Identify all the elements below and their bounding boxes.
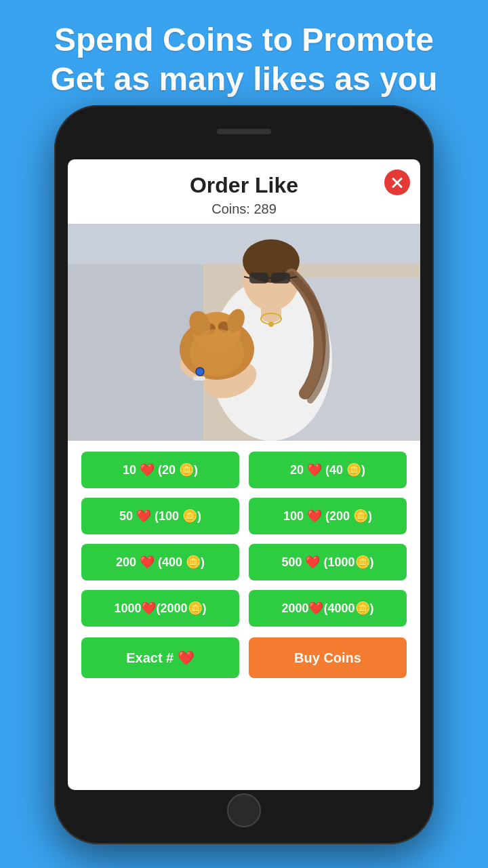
coins-label: Coins: 289 [68, 201, 420, 217]
order-btn-20[interactable]: 20 ❤️ (40 🪙) [249, 452, 407, 488]
header-line1: Spend Coins to Promote [54, 22, 434, 58]
order-btn-50-label: 50 ❤️ (100 🪙) [119, 509, 201, 524]
close-icon [384, 170, 410, 195]
phone-speaker [217, 129, 271, 134]
profile-svg [68, 224, 420, 441]
phone-shell: Order Like Coins: 289 [54, 105, 434, 844]
buy-coins-label: Buy Coins [294, 650, 361, 665]
order-btn-1000-label: 1000❤️(2000🪙) [114, 601, 206, 616]
order-btn-500-label: 500 ❤️ (1000🪙) [281, 555, 373, 570]
svg-point-23 [268, 321, 274, 327]
order-btn-10[interactable]: 10 ❤️ (20 🪙) [81, 452, 239, 488]
order-btn-500[interactable]: 500 ❤️ (1000🪙) [249, 544, 407, 580]
bottom-actions: Exact # ❤️ Buy Coins [68, 637, 420, 692]
phone-screen: Order Like Coins: 289 [68, 159, 420, 790]
order-btn-10-label: 10 ❤️ (20 🪙) [123, 462, 198, 477]
phone-wrapper: Order Like Coins: 289 [54, 105, 434, 844]
svg-rect-17 [249, 273, 268, 283]
order-btn-50[interactable]: 50 ❤️ (100 🪙) [81, 498, 239, 534]
order-btn-20-label: 20 ❤️ (40 🪙) [290, 462, 365, 477]
phone-home-button[interactable] [227, 793, 261, 827]
order-btn-100-label: 100 ❤️ (200 🪙) [283, 509, 372, 524]
close-button[interactable] [384, 170, 410, 195]
modal-header: Order Like [68, 159, 420, 201]
order-btn-2000-label: 2000❤️(4000🪙) [281, 601, 373, 616]
exact-button[interactable]: Exact # ❤️ [81, 637, 239, 678]
order-btn-100[interactable]: 100 ❤️ (200 🪙) [249, 498, 407, 534]
order-btn-2000[interactable]: 2000❤️(4000🪙) [249, 590, 407, 627]
buy-coins-button[interactable]: Buy Coins [249, 637, 407, 678]
order-btn-200[interactable]: 200 ❤️ (400 🪙) [81, 544, 239, 580]
exact-button-label: Exact # ❤️ [126, 650, 195, 665]
order-btn-1000[interactable]: 1000❤️(2000🪙) [81, 590, 239, 627]
svg-rect-26 [193, 376, 205, 380]
svg-rect-18 [271, 273, 290, 283]
svg-point-25 [196, 368, 204, 376]
profile-image [68, 224, 420, 441]
order-btn-200-label: 200 ❤️ (400 🪙) [116, 555, 205, 570]
modal-title: Order Like [190, 173, 298, 198]
order-grid: 10 ❤️ (20 🪙) 20 ❤️ (40 🪙) 50 ❤️ (100 🪙) … [68, 441, 420, 637]
